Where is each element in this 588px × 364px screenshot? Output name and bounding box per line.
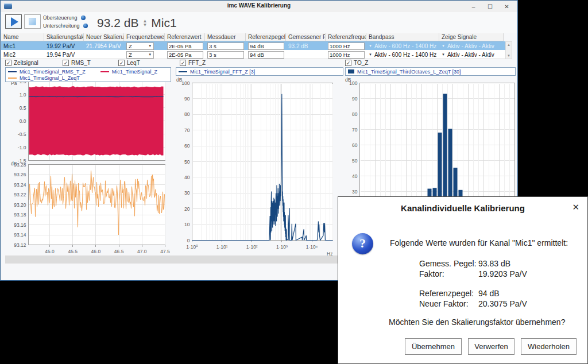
svg-text:Hz: Hz (327, 251, 332, 257)
checkbox-fft_z[interactable]: ✓FFT_Z (180, 60, 206, 66)
svg-text:100: 100 (181, 80, 189, 86)
checkbox-icon: ✓ (118, 60, 125, 66)
svg-text:45.0: 45.0 (45, 249, 55, 254)
dialog-value-row: Referenzpegel:94 dB (419, 288, 527, 299)
column-header[interactable]: Referenzpegel (246, 33, 286, 41)
cell-skalierungsfaktor: 19.94 Pa/V (44, 50, 84, 59)
table-vertical-scrollbar[interactable]: ▲▼ (505, 41, 512, 59)
titlebar[interactable]: imc WAVE Kalibrierung – ☐ ✕ (1, 1, 517, 12)
table-header-row: NameSkalierungsfaktorNeuer Skalierungsf.… (1, 33, 512, 41)
column-header[interactable]: Frequenzbewertung (124, 33, 165, 41)
svg-text:47.0: 47.0 (137, 249, 147, 254)
chevron-down-icon: ▼ (148, 44, 152, 48)
svg-text:1·10⁴: 1·10⁴ (306, 244, 318, 250)
checkbox-zeitsignal[interactable]: ✓Zeitsignal (5, 60, 38, 66)
fft-legend[interactable]: Mic1_TimeSignal_FFT_Z [3] (176, 67, 343, 76)
spinner-down-icon[interactable]: ▼ (142, 23, 147, 27)
messdauer-input[interactable] (207, 51, 244, 59)
table-row[interactable]: Mic219.94 Pa/VZ▼▼Aktiv - 600 Hz - 1400 H… (1, 50, 512, 59)
column-header[interactable]: Referenzfrequenz (326, 33, 366, 41)
checkbox-icon: ✓ (345, 60, 351, 66)
svg-text:40: 40 (184, 175, 190, 180)
svg-text:20: 20 (184, 206, 190, 212)
checkbox-to_z[interactable]: ✓TO_Z (345, 60, 368, 66)
toolbar: Übersteuerung Unterschreitung 93.2 dB ▲ … (1, 12, 517, 33)
cell-zeige_signale: ▼Aktiv - Aktiv - Aktiv (439, 41, 504, 50)
dialog-value-row: Gemess. Pegel:93.83 dB (419, 258, 527, 269)
legend-item: Mic1_TimeSignal_FFT_Z [3] (179, 69, 255, 75)
column-header[interactable]: Gemessener Pegel (286, 33, 326, 41)
cell-frequenzbewertung: Z▼ (124, 41, 165, 50)
cell-messdauer (205, 50, 246, 59)
cell-referenzfrequenz (326, 41, 366, 50)
svg-text:-0.5: -0.5 (18, 131, 26, 137)
frequenzbewertung-select[interactable]: Z▼ (126, 42, 154, 50)
svg-text:60: 60 (352, 142, 358, 148)
dialog-close-icon[interactable]: ✕ (572, 202, 579, 212)
start-measurement-button[interactable] (5, 14, 22, 29)
svg-text:dB: dB (11, 161, 17, 166)
referenzpegel-input[interactable] (248, 51, 284, 59)
close-icon[interactable]: ✕ (498, 1, 515, 12)
stop-measurement-button[interactable] (24, 14, 41, 29)
column-header[interactable]: Messdauer (205, 33, 246, 41)
channel-spinner[interactable]: ▲ ▼ (142, 19, 147, 27)
column-header[interactable]: Referenzwert (165, 33, 205, 41)
column-header[interactable]: Zeige Signale (439, 33, 504, 41)
scroll-down-icon[interactable]: ▼ (506, 53, 512, 59)
third-octave-legend[interactable]: Mic1_TimeSignal_ThirdOctaves_L_ZeqT [30] (345, 67, 516, 76)
svg-text:dB: dB (176, 77, 183, 83)
messdauer-input[interactable] (207, 42, 244, 50)
dialog-values: Gemess. Pegel:93.83 dBFaktor:19.9203 Pa/… (419, 258, 527, 309)
svg-text:47.5: 47.5 (160, 249, 170, 254)
legend-line-icon (179, 71, 187, 72)
minimize-icon[interactable]: – (465, 1, 482, 12)
status-leds: Übersteuerung Unterschreitung (43, 14, 88, 30)
cell-referenzwert (165, 50, 205, 59)
checkbox-icon: ✓ (180, 60, 186, 66)
legend-row: Mic1_TimeSignal_L_ZeqT (8, 75, 168, 81)
referenzfrequenz-input[interactable] (328, 51, 365, 59)
legend-item: Mic1_TimeSignal_Z (100, 69, 157, 75)
svg-text:46.5: 46.5 (114, 249, 124, 254)
cell-gemessener_pegel (286, 50, 326, 59)
scroll-up-icon[interactable]: ▲ (506, 42, 512, 48)
svg-text:93.24: 93.24 (14, 182, 26, 188)
table-row[interactable]: Mic119.92 Pa/V21.7954 Pa/VZ▼93.2 dB▼Akti… (1, 41, 512, 50)
discard-button[interactable]: Verwerfen (468, 338, 514, 355)
legend-item: Mic1_TimeSignal_L_ZeqT (8, 75, 80, 81)
fft-chart[interactable]: 1009080706050403020100dB1·10⁰1·10¹1·10²1… (173, 77, 341, 256)
referenzpegel-input[interactable] (248, 42, 284, 50)
svg-text:70: 70 (352, 127, 358, 133)
cell-bandpass: ▼Aktiv - 600 Hz - 1400 Hz (366, 41, 439, 50)
column-header[interactable]: Neuer Skalierungsf... (84, 33, 124, 41)
svg-text:10: 10 (184, 222, 190, 227)
cell-neuer_wert: 21.7954 Pa/V (84, 41, 124, 50)
svg-text:93.18: 93.18 (14, 212, 26, 218)
svg-text:1·10²: 1·10² (246, 244, 258, 250)
play-icon (11, 17, 18, 26)
maximize-icon[interactable]: ☐ (482, 1, 498, 12)
cell-neuer_wert (84, 50, 124, 59)
checkbox-leqt[interactable]: ✓LeqT (118, 60, 140, 66)
checkbox-rms_t[interactable]: ✓RMS_T (63, 60, 91, 66)
time-signal-chart[interactable]: 1.51.00.50.0-0.5-1.0-1.5Pa93.2893.2693.2… (5, 77, 172, 256)
value-label: Faktor: (419, 269, 478, 278)
repeat-button[interactable]: Wiederholen (521, 338, 577, 355)
referenzwert-input[interactable] (167, 51, 203, 59)
svg-text:30: 30 (184, 190, 190, 196)
referenzfrequenz-input[interactable] (328, 42, 365, 50)
underrun-label: Unterschreitung (43, 23, 80, 29)
column-header[interactable]: Name (1, 33, 44, 41)
channels-table: NameSkalierungsfaktorNeuer Skalierungsf.… (1, 33, 512, 59)
column-header[interactable]: Skalierungsfaktor (44, 33, 84, 41)
frequenzbewertung-select[interactable]: Z▼ (126, 51, 154, 59)
referenzwert-input[interactable] (167, 42, 203, 50)
accept-button[interactable]: Übernehmen (405, 338, 462, 355)
svg-text:1.0: 1.0 (20, 92, 26, 98)
svg-text:50: 50 (352, 158, 358, 164)
time-signal-legend[interactable]: Mic1_TimeSignal_RMS_T_ZMic1_TimeSignal_Z… (5, 67, 171, 82)
cell-zeige_signale: ▼Aktiv - Aktiv - Aktiv (439, 50, 504, 59)
cell-referenzpegel (246, 41, 286, 50)
column-header[interactable]: Bandpass (366, 33, 439, 41)
